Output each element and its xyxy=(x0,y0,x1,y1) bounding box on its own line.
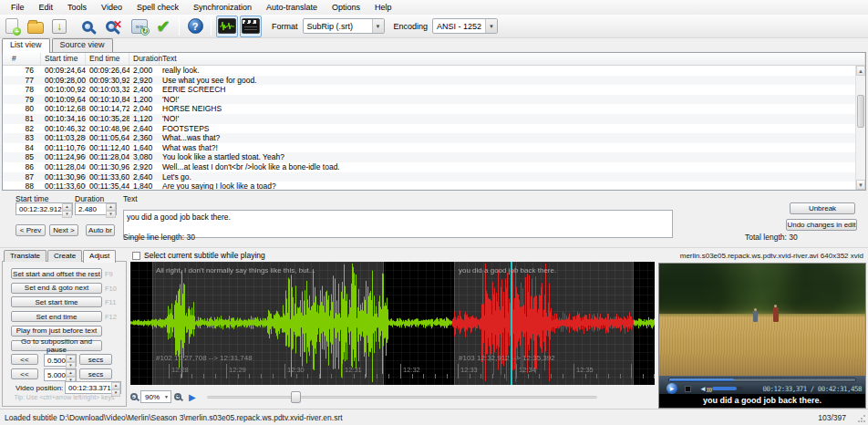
scroll-down-icon[interactable]: ▼ xyxy=(856,180,865,190)
open-file-button[interactable] xyxy=(25,16,46,37)
encoding-select[interactable]: ANSI - 1252 ▼ xyxy=(432,18,498,34)
secs-large-button[interactable]: secs xyxy=(79,368,112,379)
next-button[interactable]: Next > xyxy=(49,224,78,236)
video-player[interactable]: ▶ ◄))) 00:12:33,371 / 00:42:31,458 you d… xyxy=(658,263,866,409)
menu-help[interactable]: Help xyxy=(367,2,399,13)
secs-small-button[interactable]: secs xyxy=(79,354,112,365)
play-button[interactable]: ▶ xyxy=(666,383,677,394)
waveform-zoom-select[interactable]: 90% ▼ xyxy=(140,390,171,403)
spinner-icons[interactable]: ▲▼ xyxy=(111,382,120,393)
unbreak-button[interactable]: Unbreak xyxy=(790,202,855,214)
spinner-icons[interactable]: ▲▼ xyxy=(66,369,76,380)
help-button[interactable]: ? xyxy=(184,16,206,37)
zoom-out-icon[interactable]: - xyxy=(130,393,138,400)
menu-auto-translate[interactable]: Auto-translate xyxy=(259,2,325,13)
adjust-button-set-end-goto-next[interactable]: Set end & goto next xyxy=(11,283,102,294)
column-header-dur[interactable]: Duration xyxy=(129,53,160,65)
resize-grip[interactable] xyxy=(857,414,866,423)
spinner-icons[interactable]: ▲▼ xyxy=(62,203,72,214)
rewind-large-button[interactable]: << xyxy=(11,368,38,379)
tab-translate[interactable]: Translate xyxy=(4,250,46,262)
scroll-thumb[interactable] xyxy=(291,391,301,403)
column-header-start[interactable]: Start time xyxy=(41,53,86,65)
volume-icon[interactable]: ◄))) xyxy=(699,385,712,393)
video-position-input[interactable]: 00:12:33.371 ▲▼ xyxy=(65,381,121,394)
table-row[interactable]: 8500:11:24,96000:11:28,0403,080You look … xyxy=(3,152,855,162)
tab-create[interactable]: Create xyxy=(47,250,82,262)
tab-adjust[interactable]: Adjust xyxy=(83,250,116,263)
adjust-button-play-from-just-before-text[interactable]: Play from just before text xyxy=(11,326,102,337)
undo-edit-button[interactable]: Undo changes in edit xyxy=(786,219,857,231)
zoom-in-icon[interactable]: + xyxy=(174,393,181,400)
select-subtitle-checkbox[interactable] xyxy=(132,252,140,260)
table-row[interactable]: 8100:10:34,16000:10:35,2801,120'NO!' xyxy=(3,114,855,124)
table-row[interactable]: 7700:09:28,00000:09:30,9202,920Use what … xyxy=(3,76,855,86)
seek-large-input[interactable]: 5.000 ▲▼ xyxy=(44,368,77,381)
menu-spell-check[interactable]: Spell check xyxy=(129,2,186,13)
table-row[interactable]: 8000:10:12,68000:10:14,7202,040HORSE NEI… xyxy=(3,104,855,114)
menu-file[interactable]: File xyxy=(4,2,32,13)
find-button[interactable] xyxy=(77,16,98,37)
seek-large-value: 5.000 xyxy=(47,371,66,379)
column-header-num[interactable]: # xyxy=(3,53,41,65)
table-row[interactable]: 8800:11:33,60000:11:35,4401,840Are you s… xyxy=(3,181,855,190)
menu-tools[interactable]: Tools xyxy=(60,2,94,13)
new-file-button[interactable]: + xyxy=(1,16,23,37)
waveform-panel[interactable]: All right, I don't normally say things l… xyxy=(130,262,655,385)
cell-text: really look. xyxy=(160,66,855,76)
spinner-icons[interactable]: ▲▼ xyxy=(106,203,116,214)
adjust-button-set-start-time[interactable]: Set start time xyxy=(11,296,102,307)
adjust-button-set-start-and-offset-the-rest[interactable]: Set start and offset the rest xyxy=(11,268,102,279)
toggle-video-button[interactable] xyxy=(240,16,262,37)
auto-break-button[interactable]: Auto br xyxy=(86,224,115,236)
rewind-small-button[interactable]: << xyxy=(11,354,38,365)
menu-synchronization[interactable]: Synchronization xyxy=(186,2,259,13)
cell-start: 00:11:10,760 xyxy=(41,143,86,153)
tab-list-view[interactable]: List view xyxy=(2,38,50,53)
format-select[interactable]: SubRip (.srt) ▼ xyxy=(303,18,385,34)
waveform-scrollbar[interactable] xyxy=(207,390,597,403)
scroll-up-icon[interactable]: ▲ xyxy=(856,66,865,76)
duration-input[interactable]: 2.480 ▲▼ xyxy=(75,202,117,215)
replace-button[interactable]: ✕ xyxy=(100,16,122,37)
new-file-icon: + xyxy=(5,18,18,34)
adjust-button-go-to-subposition-and-pause[interactable]: Go to subposition and pause xyxy=(11,340,102,351)
spinner-icons[interactable]: ▲▼ xyxy=(66,355,76,366)
seek-small-input[interactable]: 0.500 ▲▼ xyxy=(44,354,77,367)
menu-video[interactable]: Video xyxy=(94,2,129,13)
subtitle-text-input[interactable]: you did a good job back there. xyxy=(123,210,673,238)
table-row[interactable]: 8700:11:30,96000:11:33,6002,640Let's go. xyxy=(3,172,855,182)
table-row[interactable]: 8200:10:46,32000:10:48,9602,640FOOTSTEPS xyxy=(3,124,855,134)
column-header-text[interactable]: Text xyxy=(160,53,865,65)
waveform-play-icon[interactable]: ▶ xyxy=(189,392,196,402)
prev-button[interactable]: < Prev xyxy=(16,224,46,236)
table-row[interactable]: 8300:11:03,28000:11:05,6402,360What...wa… xyxy=(3,133,855,143)
toggle-waveform-button[interactable] xyxy=(216,16,238,37)
stop-button[interactable] xyxy=(685,386,691,392)
start-time-input[interactable]: 00:12:32.912 ▲▼ xyxy=(16,202,73,215)
volume-slider[interactable] xyxy=(712,387,743,390)
table-row[interactable]: 7900:10:09,64000:10:10,8401,200'NO!' xyxy=(3,95,855,105)
video-seekbar[interactable] xyxy=(668,378,856,382)
table-row[interactable]: 8600:11:28,04000:11:30,9602,920Well...at… xyxy=(3,162,855,172)
tab-source-view[interactable]: Source view xyxy=(52,38,113,52)
waveform-subtitle1-text: All right, I don't normally say things l… xyxy=(156,266,315,275)
table-row[interactable]: 7800:10:00,92000:10:03,3202,400EERIE SCR… xyxy=(3,85,855,95)
time-tick-label: 12:30 xyxy=(287,366,305,374)
waveform-subtitle1-label: #102 12:27,708 --> 12:31,748 xyxy=(156,354,253,362)
visual-sync-button[interactable]: »»↻ xyxy=(129,16,150,37)
menu-edit[interactable]: Edit xyxy=(32,2,61,13)
save-file-button[interactable]: ↓ xyxy=(48,16,70,37)
column-header-end[interactable]: End time xyxy=(86,53,129,65)
video-frame[interactable] xyxy=(659,264,865,376)
menu-options[interactable]: Options xyxy=(325,2,367,13)
scroll-track[interactable] xyxy=(207,396,597,399)
list-vertical-scrollbar[interactable]: ▲ ▼ xyxy=(855,66,865,190)
table-row[interactable]: 7600:09:24,64000:09:26,6402,000really lo… xyxy=(3,66,855,76)
spell-check-button[interactable]: ✔ xyxy=(152,16,174,37)
adjust-button-set-end-time[interactable]: Set end time xyxy=(11,311,102,322)
chevron-down-icon: ▼ xyxy=(485,19,497,33)
waveform-icon xyxy=(218,18,236,34)
table-row[interactable]: 8400:11:10,76000:11:12,4001,640What was … xyxy=(3,143,855,153)
scrollbar-thumb[interactable] xyxy=(857,95,864,128)
